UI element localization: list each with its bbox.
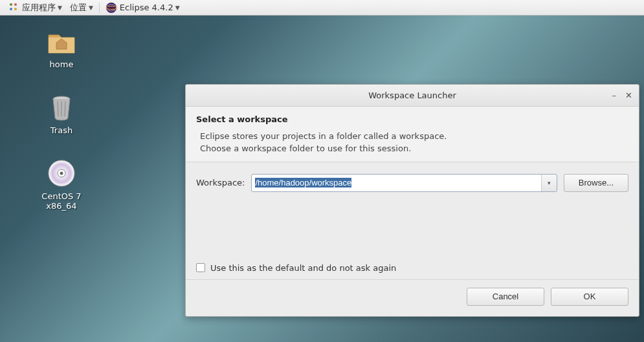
disc-icon — [46, 158, 77, 189]
chevron-down-icon: ▼ — [58, 5, 62, 11]
workspace-launcher-dialog: Workspace Launcher – ✕ Select a workspac… — [185, 84, 639, 317]
dialog-header: Select a workspace Eclipse stores your p… — [186, 107, 639, 162]
applications-icon — [9, 3, 19, 13]
chevron-down-icon: ▾ — [548, 180, 551, 186]
workspace-combo: ▾ — [251, 174, 557, 192]
active-app-label: Eclipse 4.4.2 — [120, 3, 173, 12]
dialog-header-line2: Choose a workspace folder to use for thi… — [200, 143, 628, 155]
eclipse-icon — [105, 2, 117, 14]
applications-menu[interactable]: 应用程序 ▼ — [5, 0, 66, 15]
dialog-footer: Cancel OK — [186, 279, 639, 316]
workspace-input[interactable] — [252, 175, 540, 191]
workspace-row: Workspace: ▾ Browse... — [196, 174, 628, 192]
places-label: 位置 — [70, 2, 87, 14]
trash-icon — [46, 92, 77, 123]
default-checkbox[interactable] — [196, 263, 205, 272]
svg-point-12 — [60, 172, 63, 175]
default-checkbox-row: Use this as the default and do not ask a… — [196, 263, 628, 273]
minimize-button[interactable]: – — [612, 91, 617, 100]
desktop-icon-label: home — [50, 59, 74, 69]
titlebar-controls: – ✕ — [612, 91, 632, 100]
svg-point-0 — [10, 3, 12, 6]
dialog-body: Workspace: ▾ Browse... Use this as the d… — [186, 162, 639, 279]
dialog-title: Workspace Launcher — [186, 91, 639, 100]
folder-home-icon — [46, 26, 77, 57]
svg-point-4 — [106, 3, 117, 13]
ok-button[interactable]: OK — [551, 288, 628, 306]
active-app-menu[interactable]: Eclipse 4.4.2 ▼ — [102, 0, 184, 15]
top-menubar: 应用程序 ▼ 位置 ▼ Eclipse 4.4.2 ▼ — [0, 0, 644, 16]
svg-point-3 — [14, 8, 17, 10]
browse-button[interactable]: Browse... — [564, 174, 628, 192]
chevron-down-icon: ▼ — [175, 5, 180, 11]
svg-point-1 — [14, 3, 17, 6]
dialog-header-title: Select a workspace — [196, 114, 628, 124]
chevron-down-icon: ▼ — [89, 5, 93, 11]
default-checkbox-label: Use this as the default and do not ask a… — [210, 263, 396, 273]
menubar-separator — [99, 3, 100, 13]
svg-point-2 — [10, 8, 12, 10]
desktop-icon-label: CentOS 7 x86_64 — [32, 191, 91, 211]
dialog-header-desc: Eclipse stores your projects in a folder… — [196, 131, 628, 155]
desktop-icons-container: home Trash — [32, 26, 91, 211]
dialog-header-line1: Eclipse stores your projects in a folder… — [200, 131, 628, 143]
cancel-button[interactable]: Cancel — [467, 288, 544, 306]
places-menu[interactable]: 位置 ▼ — [66, 0, 97, 15]
desktop-icon-home[interactable]: home — [32, 26, 91, 69]
close-button[interactable]: ✕ — [625, 91, 632, 100]
desktop-icon-label: Trash — [50, 125, 72, 135]
applications-label: 应用程序 — [22, 2, 56, 14]
desktop-icon-trash[interactable]: Trash — [32, 92, 91, 135]
desktop-icon-centos[interactable]: CentOS 7 x86_64 — [32, 158, 91, 211]
dialog-titlebar[interactable]: Workspace Launcher – ✕ — [186, 85, 639, 107]
workspace-dropdown-button[interactable]: ▾ — [541, 175, 557, 191]
workspace-label: Workspace: — [196, 178, 245, 187]
